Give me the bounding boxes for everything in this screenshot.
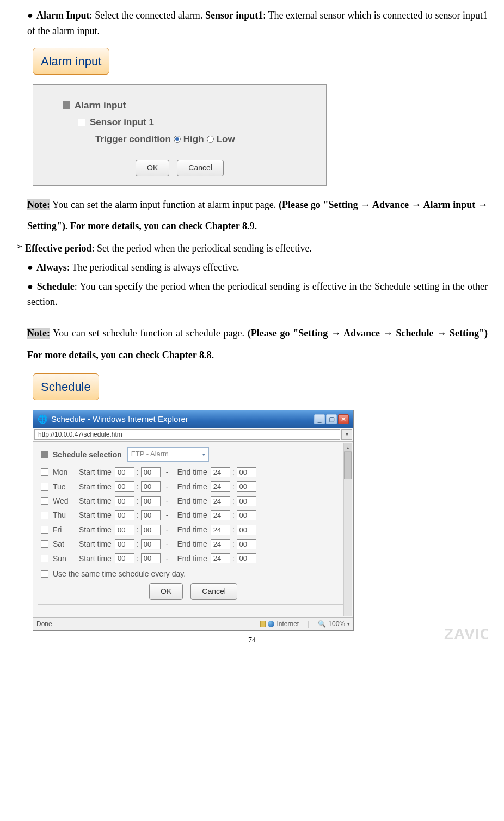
day-checkbox-thu[interactable]: [41, 512, 48, 519]
zoom-dropdown[interactable]: ▾: [347, 620, 350, 628]
start-min-input[interactable]: [141, 539, 161, 549]
close-button[interactable]: ✕: [338, 414, 349, 424]
ie-title-text: Schedule - Windows Internet Explorer: [51, 413, 188, 426]
schedule-row-mon: MonStart time:-End time:: [41, 466, 349, 478]
start-hour-input[interactable]: [115, 467, 134, 477]
start-hour-input[interactable]: [115, 525, 134, 535]
zoom-level: 100%: [328, 619, 345, 629]
alarm-input-checkbox[interactable]: [63, 101, 70, 109]
panel-ok-button[interactable]: OK: [136, 160, 169, 176]
schedule-ok-button[interactable]: OK: [149, 583, 183, 599]
trigger-low-radio[interactable]: [207, 136, 214, 143]
trigger-high-label: High: [183, 132, 204, 146]
trigger-condition-row: Trigger condition High Low: [95, 132, 316, 146]
start-min-input[interactable]: [141, 467, 161, 477]
day-checkbox-fri[interactable]: [41, 526, 48, 534]
schedule-button[interactable]: Schedule: [33, 373, 99, 400]
same-schedule-row: Use the same time schedule every day.: [41, 568, 349, 580]
end-hour-input[interactable]: [211, 481, 230, 492]
effective-schedule: ●Schedule: You can specify the period wh…: [27, 279, 488, 310]
status-zone: Internet: [276, 619, 299, 629]
effective-period-heading: ➢ Effective period: Set the period when …: [16, 241, 488, 256]
end-min-input[interactable]: [237, 496, 256, 506]
note-2: Note: You can set schedule function at s…: [27, 323, 488, 366]
end-time-label: End time: [177, 538, 207, 550]
schedule-cancel-button[interactable]: Cancel: [190, 583, 237, 599]
start-hour-input[interactable]: [115, 481, 134, 492]
day-label: Wed: [53, 495, 76, 507]
day-checkbox-mon[interactable]: [41, 468, 48, 476]
alarm-input-button[interactable]: Alarm input: [33, 48, 109, 75]
start-time-label: Start time: [79, 495, 112, 507]
schedule-row-tue: TueStart time:-End time:: [41, 481, 349, 493]
scroll-up[interactable]: ▴: [344, 443, 352, 452]
zoom-icon: 🔍: [318, 619, 326, 629]
end-hour-input[interactable]: [211, 553, 230, 563]
end-time-label: End time: [177, 509, 207, 521]
page-number: 74: [16, 634, 488, 646]
end-min-input[interactable]: [237, 467, 256, 477]
start-time-label: Start time: [79, 509, 112, 521]
end-time-label: End time: [177, 466, 207, 478]
address-input[interactable]: [34, 429, 340, 440]
same-schedule-label: Use the same time schedule every day.: [53, 568, 186, 580]
schedule-selection-dropdown[interactable]: FTP - Alarm ▾: [127, 447, 209, 462]
panel-alarm-input-label: Alarm input: [75, 98, 126, 113]
day-label: Sun: [53, 553, 76, 565]
day-checkbox-tue[interactable]: [41, 483, 48, 491]
day-label: Thu: [53, 509, 76, 521]
end-hour-input[interactable]: [211, 510, 230, 520]
start-min-input[interactable]: [141, 553, 161, 563]
alarm-input-bold: Alarm Input: [36, 10, 90, 21]
panel-alarm-input-row: Alarm input: [63, 98, 316, 113]
end-min-input[interactable]: [237, 510, 256, 520]
start-min-input[interactable]: [141, 496, 161, 506]
same-schedule-checkbox[interactable]: [41, 570, 48, 578]
sensor-input1-checkbox[interactable]: [78, 119, 85, 126]
end-min-input[interactable]: [237, 539, 256, 549]
address-dropdown[interactable]: ▾: [341, 429, 352, 440]
start-min-input[interactable]: [141, 481, 161, 492]
sensor-input1-bold: Sensor input1: [205, 10, 263, 21]
day-label: Tue: [53, 481, 76, 493]
note1-label: Note:: [27, 199, 50, 210]
day-checkbox-wed[interactable]: [41, 497, 48, 505]
start-time-label: Start time: [79, 553, 112, 565]
ie-address-bar: ▾: [33, 428, 353, 442]
start-hour-input[interactable]: [115, 539, 134, 549]
scrollbar[interactable]: ▴: [343, 443, 352, 616]
schedule-selection-checkbox[interactable]: [41, 451, 48, 458]
end-hour-input[interactable]: [211, 525, 230, 535]
end-time-label: End time: [177, 553, 207, 565]
end-hour-input[interactable]: [211, 467, 230, 477]
end-min-input[interactable]: [237, 481, 256, 492]
alarm-input-paragraph: ●Alarm Input: Select the connected alarm…: [27, 8, 488, 39]
start-hour-input[interactable]: [115, 510, 134, 520]
start-hour-input[interactable]: [115, 496, 134, 506]
schedule-row-sat: SatStart time:-End time:: [41, 538, 349, 550]
status-done: Done: [36, 619, 52, 629]
start-hour-input[interactable]: [115, 553, 134, 563]
end-hour-input[interactable]: [211, 539, 230, 549]
day-checkbox-sun[interactable]: [41, 555, 48, 562]
schedule-row-thu: ThuStart time:-End time:: [41, 509, 349, 521]
note2-label: Note:: [27, 328, 50, 339]
start-min-input[interactable]: [141, 510, 161, 520]
day-label: Fri: [53, 524, 76, 536]
panel-cancel-button[interactable]: Cancel: [177, 160, 224, 176]
start-time-label: Start time: [79, 481, 112, 493]
end-min-input[interactable]: [237, 525, 256, 535]
end-min-input[interactable]: [237, 553, 256, 563]
minimize-button[interactable]: _: [314, 414, 325, 424]
maximize-button[interactable]: ▢: [326, 414, 337, 424]
start-time-label: Start time: [79, 524, 112, 536]
trigger-condition-label: Trigger condition: [95, 132, 171, 146]
day-checkbox-sat[interactable]: [41, 540, 48, 548]
day-label: Sat: [53, 538, 76, 550]
scroll-thumb[interactable]: [344, 452, 352, 479]
panel-sensor-input1-label: Sensor input 1: [90, 115, 154, 130]
end-hour-input[interactable]: [211, 496, 230, 506]
trigger-high-radio[interactable]: [174, 136, 181, 143]
lock-icon: [260, 621, 266, 627]
start-min-input[interactable]: [141, 525, 161, 535]
